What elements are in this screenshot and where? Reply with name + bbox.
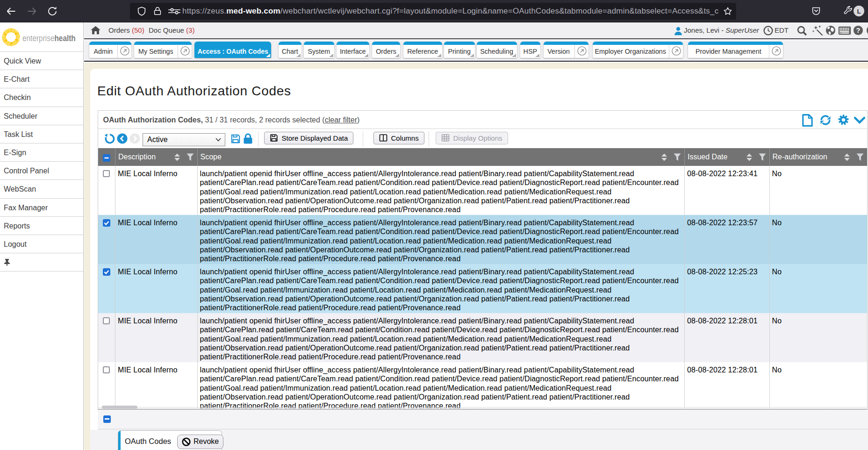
svg-text:?: ? xyxy=(856,27,861,34)
svg-text:L: L xyxy=(857,8,861,15)
